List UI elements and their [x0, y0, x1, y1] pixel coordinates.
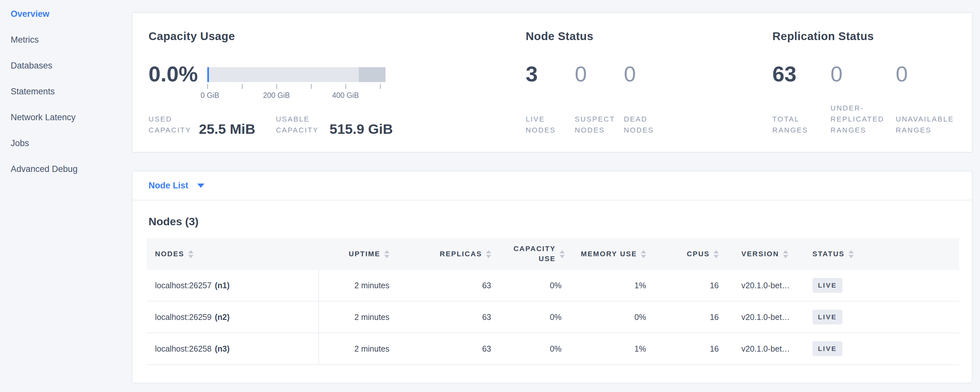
live-nodes-label: LIVE NODES — [526, 114, 575, 136]
column-header-replicas[interactable]: REPLICAS — [404, 238, 506, 270]
sort-icon — [384, 250, 390, 258]
column-label: REPLICAS — [440, 250, 482, 258]
live-nodes-value: 3 — [526, 61, 575, 86]
nodes-table-header: NODES UPTIME REPLICAS CAPACITY USE MEMOR… — [146, 238, 959, 270]
status-cell: LIVE — [798, 301, 959, 333]
axis-label-0gib: 0 GiB — [200, 91, 219, 100]
node-id: (n2) — [215, 312, 229, 322]
sidebar-item-network-latency[interactable]: Network Latency — [11, 104, 121, 130]
sort-icon — [714, 250, 719, 258]
sort-icon — [486, 250, 491, 258]
cluster-summary-card: Capacity Usage 0.0% 0 GiB 200 — [132, 12, 972, 153]
sort-icon — [641, 250, 646, 258]
capacity-chart-row: 0.0% 0 GiB 200 GiB 400 GiB — [148, 61, 388, 101]
capacity-axis-ticks — [207, 84, 385, 90]
column-header-version[interactable]: VERSION — [729, 238, 798, 270]
node-id: (n3) — [215, 344, 229, 354]
column-header-status[interactable]: STATUS — [798, 238, 959, 270]
sort-icon — [188, 250, 193, 258]
unavailable-ranges-value: 0 — [896, 61, 967, 86]
status-badge: LIVE — [812, 341, 842, 356]
version-cell: v20.1.0-bet… — [729, 333, 798, 364]
sort-icon — [849, 250, 854, 258]
total-ranges-value: 63 — [772, 61, 830, 86]
replication-status-section: Replication Status 63 0 0 TOTAL RANGES U… — [772, 30, 972, 43]
chevron-down-icon — [197, 183, 204, 188]
cpus-cell: 16 — [661, 333, 729, 364]
used-capacity-value: 25.5 MiB — [199, 121, 255, 137]
version-cell: v20.1.0-bet… — [729, 270, 798, 301]
table-row[interactable]: localhost:26258 (n3) 2 minutes 63 0% 1% … — [146, 333, 959, 365]
column-label: MEMORY USE — [581, 250, 637, 258]
capacity-bar — [207, 67, 385, 82]
column-label: STATUS — [812, 250, 845, 258]
column-header-memory-use[interactable]: MEMORY USE — [571, 238, 661, 270]
sidebar-item-overview[interactable]: Overview — [11, 1, 121, 27]
sort-icon — [783, 250, 788, 258]
cpus-cell: 16 — [661, 270, 729, 301]
axis-label-200gib: 200 GiB — [263, 91, 290, 100]
capacity-bar-used — [207, 67, 209, 82]
table-row[interactable]: localhost:26259 (n2) 2 minutes 63 0% 0% … — [146, 301, 959, 333]
uptime-cell: 2 minutes — [319, 270, 404, 301]
column-header-uptime[interactable]: UPTIME — [319, 238, 404, 270]
replicas-cell: 63 — [404, 301, 506, 333]
axis-tick — [242, 84, 242, 89]
capacity-usage-section: Capacity Usage 0.0% 0 GiB 200 — [148, 30, 523, 43]
capacity-use-cell: 0% — [506, 333, 571, 364]
view-selector-label: Node List — [148, 181, 188, 191]
version-cell: v20.1.0-bet… — [729, 301, 798, 333]
axis-label-400gib: 400 GiB — [332, 91, 359, 100]
column-header-cpus[interactable]: CPUS — [661, 238, 729, 270]
column-label: NODES — [155, 250, 185, 258]
axis-tick — [311, 84, 312, 89]
column-label: CPUS — [687, 250, 710, 258]
usable-capacity-value: 515.9 GiB — [329, 121, 393, 137]
axis-tick — [380, 84, 381, 89]
status-cell: LIVE — [798, 270, 959, 301]
sidebar-item-metrics[interactable]: Metrics — [11, 27, 121, 53]
capacity-bar-other-usage — [359, 67, 385, 82]
used-capacity-label: USED CAPACITY — [148, 114, 191, 136]
cpus-cell: 16 — [661, 301, 729, 333]
usable-capacity-label: USABLE CAPACITY — [276, 114, 321, 136]
nodes-table: NODES UPTIME REPLICAS CAPACITY USE MEMOR… — [146, 238, 959, 365]
capacity-usage-title: Capacity Usage — [148, 30, 523, 43]
memory-use-cell: 0% — [571, 301, 661, 333]
under-replicated-ranges-label: UNDER-REPLICATED RANGES — [830, 103, 889, 136]
sort-icon — [560, 250, 565, 258]
capacity-bar-chart: 0 GiB 200 GiB 400 GiB — [207, 67, 388, 101]
node-status-values: 3 0 0 — [526, 61, 673, 86]
table-row[interactable]: localhost:26257 (n1) 2 minutes 63 0% 1% … — [146, 270, 959, 301]
sidebar-item-jobs[interactable]: Jobs — [11, 130, 121, 156]
node-status-title: Node Status — [526, 30, 758, 43]
memory-use-cell: 1% — [571, 270, 661, 301]
node-id: (n1) — [215, 281, 229, 290]
sidebar-item-databases[interactable]: Databases — [11, 53, 121, 78]
memory-use-cell: 1% — [571, 333, 661, 364]
axis-tick — [277, 84, 277, 89]
sidebar: Overview Metrics Databases Statements Ne… — [11, 1, 121, 182]
node-address-cell: localhost:26257 (n1) — [146, 270, 319, 301]
column-label: UPTIME — [349, 250, 380, 258]
sidebar-item-advanced-debug[interactable]: Advanced Debug — [11, 156, 121, 182]
node-address-cell: localhost:26258 (n3) — [146, 333, 319, 364]
capacity-stats-row: USED CAPACITY 25.5 MiB USABLE CAPACITY 5… — [148, 107, 393, 136]
capacity-axis-labels: 0 GiB 200 GiB 400 GiB — [207, 91, 385, 101]
dead-nodes-value: 0 — [624, 61, 673, 86]
axis-tick — [345, 84, 346, 89]
view-selector-dropdown[interactable]: Node List — [132, 171, 972, 200]
uptime-cell: 2 minutes — [319, 333, 404, 364]
suspect-nodes-value: 0 — [575, 61, 624, 86]
sidebar-item-statements[interactable]: Statements — [11, 78, 121, 104]
column-header-capacity-use[interactable]: CAPACITY USE — [506, 238, 571, 270]
nodes-count-heading: Nodes (3) — [148, 215, 972, 228]
node-address: localhost:26258 — [155, 344, 212, 354]
column-header-nodes[interactable]: NODES — [146, 238, 319, 270]
status-badge: LIVE — [812, 278, 842, 293]
capacity-use-cell: 0% — [506, 270, 571, 301]
replicas-cell: 63 — [404, 270, 506, 301]
replication-labels: TOTAL RANGES UNDER-REPLICATED RANGES UNA… — [772, 107, 967, 136]
node-list-card: Node List Nodes (3) NODES UPTIME REPLICA… — [132, 171, 972, 383]
total-ranges-label: TOTAL RANGES — [772, 114, 824, 136]
